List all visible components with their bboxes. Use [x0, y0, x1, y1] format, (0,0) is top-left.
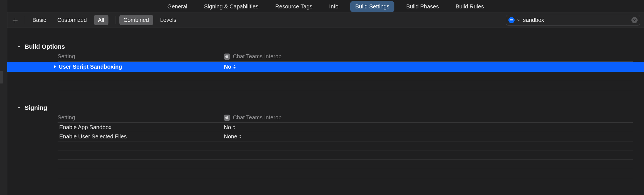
tab-resource-tags[interactable]: Resource Tags	[270, 1, 318, 12]
setting-name: Enable App Sandbox	[59, 124, 112, 131]
tab-general[interactable]: General	[162, 1, 192, 12]
build-settings-list: Build Options Setting Chat Teams Interop	[7, 28, 644, 195]
lines-icon	[510, 18, 513, 22]
columns-header: Setting Chat Teams Interop	[58, 113, 633, 123]
empty-row	[58, 169, 633, 178]
separator	[115, 16, 115, 24]
setting-value: No	[224, 64, 231, 70]
filter-all[interactable]: All	[94, 15, 108, 25]
search-scope-pill[interactable]	[508, 17, 515, 23]
section-rows: Enable App Sandbox No Enable User Select…	[58, 123, 633, 141]
columns-header: Setting Chat Teams Interop	[58, 52, 633, 62]
setting-value: None	[224, 133, 237, 140]
filter-combined[interactable]: Combined	[119, 15, 153, 25]
plus-icon	[12, 17, 18, 23]
tab-signing-capabilities[interactable]: Signing & Capabilities	[199, 1, 264, 12]
chevron-right-icon[interactable]	[48, 65, 56, 69]
tab-build-settings[interactable]: Build Settings	[350, 1, 394, 12]
svg-rect-0	[510, 19, 513, 20]
stepper-icon	[233, 125, 236, 129]
filter-customized[interactable]: Customized	[53, 15, 91, 25]
column-target-label: Chat Teams Interop	[233, 53, 281, 60]
setting-value-popup[interactable]: No	[224, 64, 236, 70]
column-setting-label: Setting	[58, 53, 224, 60]
setting-name: User Script Sandboxing	[59, 64, 122, 70]
empty-row	[58, 150, 633, 160]
column-setting-label: Setting	[58, 114, 224, 121]
editor-left-gutter	[0, 0, 7, 195]
column-target: Chat Teams Interop	[224, 114, 281, 121]
empty-rows	[58, 141, 633, 178]
app-target-icon	[224, 54, 230, 60]
empty-rows	[58, 72, 633, 90]
empty-row	[58, 72, 633, 81]
filter-levels[interactable]: Levels	[156, 15, 181, 25]
gutter-marker	[0, 71, 3, 83]
section-header-build-options[interactable]: Build Options	[7, 41, 644, 52]
column-target: Chat Teams Interop	[224, 53, 281, 60]
build-settings-search	[506, 15, 640, 25]
chevron-down-icon	[17, 45, 22, 49]
stepper-icon	[239, 134, 242, 138]
setting-row-enable-user-selected-files[interactable]: Enable User Selected Files None	[58, 132, 633, 141]
setting-name: Enable User Selected Files	[59, 133, 127, 140]
search-input[interactable]	[523, 17, 629, 23]
section-title: Signing	[25, 104, 47, 112]
build-settings-filter-bar: Basic Customized All Combined Levels	[7, 12, 644, 28]
clear-search-button[interactable]	[631, 17, 638, 23]
tab-info[interactable]: Info	[324, 1, 344, 12]
setting-value: No	[224, 124, 231, 131]
section-build-options: Build Options Setting Chat Teams Interop	[7, 41, 644, 90]
setting-value-popup[interactable]: None	[224, 133, 242, 140]
tab-build-phases[interactable]: Build Phases	[401, 1, 444, 12]
section-signing: Signing Setting Chat Teams Interop Enabl…	[7, 103, 644, 178]
empty-row	[58, 81, 633, 90]
tab-build-rules[interactable]: Build Rules	[451, 1, 489, 12]
editor-content: General Signing & Capabilities Resource …	[7, 0, 644, 195]
app-target-icon	[224, 115, 230, 121]
empty-row	[58, 141, 633, 150]
x-icon	[633, 19, 636, 22]
section-header-signing[interactable]: Signing	[7, 103, 644, 113]
add-build-setting-button[interactable]	[10, 15, 20, 25]
column-target-label: Chat Teams Interop	[233, 114, 281, 121]
filter-basic[interactable]: Basic	[28, 15, 50, 25]
svg-rect-1	[510, 20, 513, 20]
empty-row	[58, 160, 633, 169]
chevron-down-icon	[17, 106, 22, 110]
setting-row-user-script-sandboxing[interactable]: User Script Sandboxing No	[7, 62, 644, 72]
separator	[24, 16, 24, 24]
chevron-down-icon[interactable]	[517, 19, 520, 22]
stepper-icon	[233, 65, 236, 69]
svg-rect-2	[510, 21, 513, 21]
section-title: Build Options	[25, 43, 65, 50]
setting-row-enable-app-sandbox[interactable]: Enable App Sandbox No	[58, 123, 633, 132]
target-editor-tabs: General Signing & Capabilities Resource …	[7, 0, 644, 12]
setting-value-popup[interactable]: No	[224, 124, 236, 131]
